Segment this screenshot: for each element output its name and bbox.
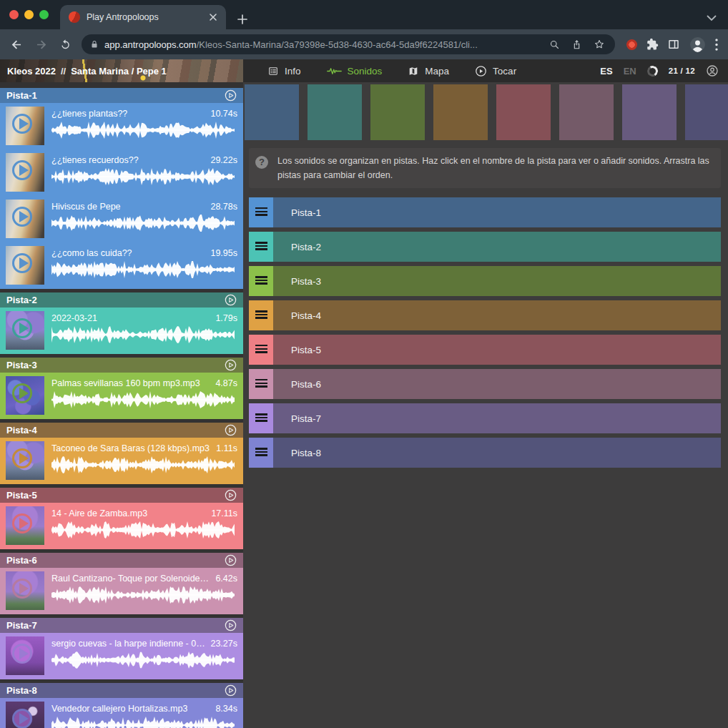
drag-handle[interactable] [249, 300, 273, 330]
track-play-button[interactable] [225, 294, 237, 306]
breadcrumb-project[interactable]: Kleos 2022 [7, 66, 56, 77]
drag-handle[interactable] [249, 438, 273, 468]
clip-title: ¿¿tienes plantas?? [51, 109, 127, 119]
track-color-swatch[interactable] [370, 84, 425, 140]
clip-play-icon[interactable] [12, 253, 32, 273]
clip-play-icon[interactable] [12, 114, 32, 134]
track-row-button[interactable]: Pista-8 [273, 438, 721, 468]
clip-list: sergio cuevas - la harpe indienne - 03 -… [0, 633, 243, 679]
drag-handle[interactable] [249, 232, 273, 262]
clip-play-icon[interactable] [12, 318, 32, 338]
clip[interactable]: Raul Cantizano- Toque por Solenoide.mp36… [0, 568, 243, 614]
minimize-window-button[interactable] [24, 10, 34, 19]
forward-button[interactable] [30, 34, 51, 55]
url-bar[interactable]: app.antropoloops.com/Kleos-Santa-Marina/… [82, 34, 615, 54]
nav-tab-info[interactable]: Info [267, 66, 301, 77]
track-play-button[interactable] [225, 424, 237, 436]
bookmark-star-icon[interactable] [591, 39, 608, 50]
track-header[interactable]: Pista-4 [0, 423, 243, 438]
clip[interactable]: sergio cuevas - la harpe indienne - 03 -… [0, 633, 243, 679]
language-toggle-es[interactable]: ES [600, 66, 612, 77]
track-row-label: Pista-1 [291, 207, 321, 218]
track-header[interactable]: Pista-2 [0, 292, 243, 308]
clip[interactable]: Taconeo de Sara Baras (128 kbps).mp31.11… [0, 438, 243, 484]
nav-label: Info [285, 66, 301, 77]
track-play-button[interactable] [225, 489, 237, 501]
track-color-swatch[interactable] [245, 84, 299, 140]
track-header[interactable]: Pista-8 [0, 683, 243, 698]
track-color-swatch[interactable] [308, 84, 362, 140]
track-play-button[interactable] [225, 359, 237, 371]
track-color-swatch[interactable] [685, 84, 728, 140]
nav-tab-sonidos[interactable]: Sonidos [327, 66, 383, 77]
clip[interactable]: ¿¿como las cuida??19.95s [0, 242, 243, 289]
recording-extension-icon[interactable] [626, 34, 637, 55]
reload-button[interactable] [54, 34, 76, 55]
clip-play-icon[interactable] [12, 207, 32, 227]
tab-search-chevron-icon[interactable] [707, 15, 717, 21]
drag-handle[interactable] [249, 403, 273, 433]
side-panel-icon[interactable] [667, 34, 680, 55]
clip-play-icon[interactable] [12, 709, 32, 728]
breadcrumb-separator: // [61, 66, 66, 77]
language-toggle-en[interactable]: EN [624, 66, 636, 77]
drag-handle[interactable] [249, 369, 273, 399]
clip[interactable]: 14 - Aire de Zamba.mp317.11s [0, 503, 243, 549]
track-row-button[interactable]: Pista-2 [273, 232, 721, 262]
new-tab-button[interactable] [237, 14, 247, 24]
clip[interactable]: ¿¿tienes recuerdos??29.22s [0, 149, 243, 196]
tab-close-icon[interactable] [207, 11, 219, 23]
nav-tab-mapa[interactable]: Mapa [408, 66, 449, 77]
track-play-button[interactable] [225, 554, 237, 566]
track-header[interactable]: Pista-3 [0, 358, 243, 373]
track-row: Pista-5 [249, 335, 721, 365]
browser-tab[interactable]: Play Antropoloops [60, 5, 226, 29]
track-header[interactable]: Pista-6 [0, 553, 243, 568]
clip-play-icon[interactable] [12, 644, 32, 664]
nav-tab-tocar[interactable]: Tocar [475, 65, 516, 77]
clip-play-icon[interactable] [12, 160, 32, 180]
profile-avatar-icon[interactable] [689, 34, 707, 55]
track-color-swatch[interactable] [559, 84, 614, 140]
track-header[interactable]: Pista-7 [0, 618, 243, 633]
clip[interactable]: 2022-03-211.79s [0, 308, 243, 354]
track-row-button[interactable]: Pista-6 [273, 369, 721, 399]
share-icon[interactable] [569, 39, 585, 50]
clip-play-icon[interactable] [12, 448, 32, 468]
track-color-swatch[interactable] [622, 84, 677, 140]
breadcrumb-session[interactable]: Santa Marina / Pepe 1 [71, 66, 167, 77]
extensions-puzzle-icon[interactable] [646, 34, 659, 55]
account-icon[interactable] [706, 64, 719, 77]
clip[interactable]: ¿¿tienes plantas??10.74s [0, 103, 243, 149]
track-play-button[interactable] [225, 89, 237, 102]
drag-handle[interactable] [249, 266, 273, 296]
track-row-button[interactable]: Pista-4 [273, 300, 721, 330]
close-window-button[interactable] [9, 10, 19, 19]
macos-traffic-lights [0, 0, 60, 29]
clip[interactable]: Palmas sevillanas 160 bpm mp3.mp34.87s [0, 373, 243, 419]
drag-handle[interactable] [249, 335, 273, 365]
breadcrumb[interactable]: Kleos 2022 // Santa Marina / Pepe 1 [0, 59, 243, 82]
track-row-button[interactable]: Pista-3 [273, 266, 721, 296]
clip-play-icon[interactable] [12, 579, 32, 599]
fullscreen-window-button[interactable] [39, 10, 49, 19]
clip-play-icon[interactable] [12, 513, 32, 533]
track-header[interactable]: Pista-1 [0, 88, 243, 103]
track-color-swatch[interactable] [496, 84, 551, 140]
track-row-button[interactable]: Pista-7 [273, 403, 721, 433]
track-play-button[interactable] [225, 684, 237, 697]
clip-title: Palmas sevillanas 160 bpm mp3.mp3 [51, 378, 200, 388]
track-section: Pista-4Taconeo de Sara Baras (128 kbps).… [0, 423, 243, 484]
track-header[interactable]: Pista-5 [0, 488, 243, 503]
track-row-button[interactable]: Pista-1 [273, 197, 721, 227]
zoom-icon[interactable] [546, 39, 563, 50]
drag-handle[interactable] [249, 197, 273, 227]
menu-kebab-icon[interactable] [715, 34, 718, 55]
clip[interactable]: Hiviscus de Pepe28.78s [0, 196, 243, 242]
back-button[interactable] [6, 34, 27, 55]
clip-play-icon[interactable] [12, 383, 32, 403]
track-color-swatch[interactable] [433, 84, 488, 140]
track-play-button[interactable] [225, 619, 237, 631]
clip[interactable]: Vendedor callejero Hortalizas.mp38.34s [0, 698, 243, 728]
track-row-button[interactable]: Pista-5 [273, 335, 721, 365]
